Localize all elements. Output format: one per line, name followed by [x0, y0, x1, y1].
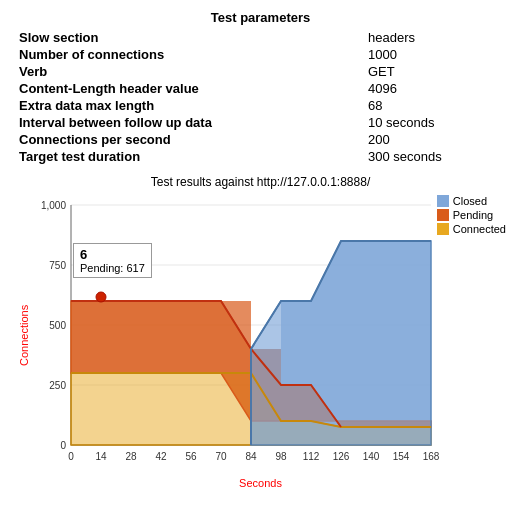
chart-container: Test results against http://127.0.0.1:88… — [15, 175, 506, 489]
params-table: Slow sectionheadersNumber of connections… — [15, 29, 506, 165]
param-value: 4096 — [364, 80, 506, 97]
svg-text:750: 750 — [49, 260, 66, 271]
svg-text:70: 70 — [215, 451, 227, 462]
legend-color-box — [437, 223, 449, 235]
svg-text:126: 126 — [333, 451, 350, 462]
param-label: Content-Length header value — [15, 80, 364, 97]
svg-text:28: 28 — [125, 451, 137, 462]
svg-text:140: 140 — [363, 451, 380, 462]
svg-text:84: 84 — [245, 451, 257, 462]
svg-text:98: 98 — [275, 451, 287, 462]
param-value: 1000 — [364, 46, 506, 63]
param-label: Interval between follow up data — [15, 114, 364, 131]
param-label: Connections per second — [15, 131, 364, 148]
x-axis-label: Seconds — [15, 477, 506, 489]
legend-item: Closed — [437, 195, 506, 207]
param-label: Slow section — [15, 29, 364, 46]
legend-item: Connected — [437, 223, 506, 235]
chart-legend: ClosedPendingConnected — [437, 195, 506, 237]
svg-text:500: 500 — [49, 320, 66, 331]
chart-area: Connections 0 250 500 750 1,000 — [15, 195, 506, 475]
param-label: Verb — [15, 63, 364, 80]
legend-item: Pending — [437, 209, 506, 221]
chart-inner: 0 250 500 750 1,000 0 14 28 — [31, 195, 506, 475]
param-value: 300 seconds — [364, 148, 506, 165]
svg-text:56: 56 — [185, 451, 197, 462]
param-label: Target test duration — [15, 148, 364, 165]
param-value: headers — [364, 29, 506, 46]
param-value: 200 — [364, 131, 506, 148]
y-axis-label: Connections — [15, 195, 31, 475]
legend-label: Connected — [453, 223, 506, 235]
legend-color-box — [437, 209, 449, 221]
svg-text:0: 0 — [60, 440, 66, 451]
svg-text:0: 0 — [68, 451, 74, 462]
params-section: Test parameters Slow sectionheadersNumbe… — [15, 10, 506, 165]
chart-svg: 0 250 500 750 1,000 0 14 28 — [31, 195, 461, 475]
svg-point-30 — [96, 292, 106, 302]
svg-text:250: 250 — [49, 380, 66, 391]
svg-text:42: 42 — [155, 451, 167, 462]
legend-label: Closed — [453, 195, 487, 207]
param-value: 68 — [364, 97, 506, 114]
param-label: Number of connections — [15, 46, 364, 63]
param-value: 10 seconds — [364, 114, 506, 131]
svg-text:168: 168 — [423, 451, 440, 462]
legend-color-box — [437, 195, 449, 207]
legend-label: Pending — [453, 209, 493, 221]
svg-text:112: 112 — [303, 451, 320, 462]
chart-title: Test results against http://127.0.0.1:88… — [15, 175, 506, 189]
svg-text:154: 154 — [393, 451, 410, 462]
svg-text:1,000: 1,000 — [41, 200, 66, 211]
param-label: Extra data max length — [15, 97, 364, 114]
svg-text:14: 14 — [95, 451, 107, 462]
param-value: GET — [364, 63, 506, 80]
params-title: Test parameters — [15, 10, 506, 25]
